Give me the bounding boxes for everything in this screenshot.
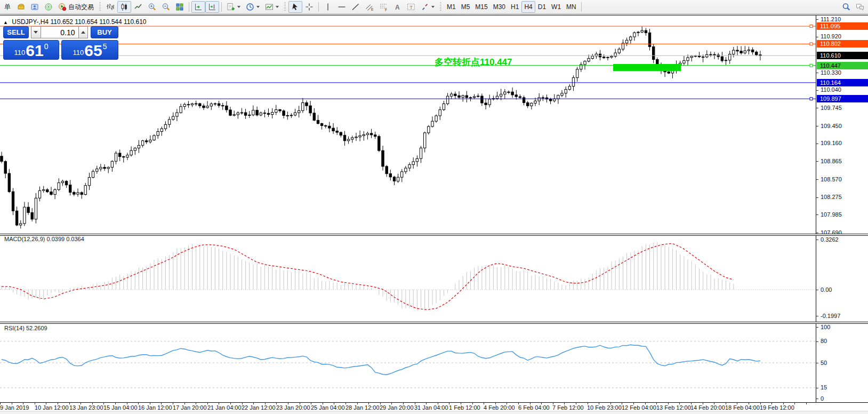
price-axis-tick xyxy=(816,341,818,342)
volume-input[interactable] xyxy=(41,26,78,38)
tf-m1-button[interactable]: M1 xyxy=(444,1,459,13)
tf-m15-button[interactable]: M15 xyxy=(472,1,490,13)
price-axis-tick xyxy=(816,240,818,240)
price-level-label: 110.610 xyxy=(817,52,868,59)
dropdown-arrow-icon xyxy=(256,6,260,8)
autotrading-button-label: 自动交易 xyxy=(68,3,94,12)
macd-axis-label: 0.00 xyxy=(821,286,832,293)
price-axis-label: 108.275 xyxy=(821,194,842,200)
price-axis-label: 109.450 xyxy=(821,123,842,129)
history-icon[interactable] xyxy=(14,1,28,13)
buy-price-display[interactable]: 110 65 5 xyxy=(61,40,118,60)
periods-icon xyxy=(246,3,254,11)
time-axis-label: 10 Jan 12:00 xyxy=(35,404,69,411)
panel-divider-main-macd[interactable] xyxy=(0,234,868,236)
pivot-annotation-text[interactable]: 多空转折点110.447 xyxy=(435,56,512,68)
panel-divider-macd-rsi[interactable] xyxy=(0,322,868,324)
price-axis-label: 107.985 xyxy=(821,211,842,218)
tf-h1-button[interactable]: H1 xyxy=(508,1,521,13)
tf-d1-button-label: D1 xyxy=(538,3,546,11)
time-axis-label: 17 Jan 20:00 xyxy=(173,404,207,411)
crosshair-button[interactable] xyxy=(302,1,316,13)
time-axis-label: 18 Feb 04:00 xyxy=(725,404,760,411)
sell-price-base: 110 xyxy=(14,49,26,57)
chat-icon-button[interactable] xyxy=(853,1,867,13)
price-axis-label: 110.330 xyxy=(821,69,841,76)
cursor-button[interactable] xyxy=(288,1,302,13)
channel-button[interactable]: E xyxy=(363,1,376,13)
history-icon-icon xyxy=(17,3,25,11)
one-click-trading-panel: SELL BUY 110 61 0 110 65 5 xyxy=(3,26,118,60)
toolbar-separator xyxy=(221,2,222,12)
autotrading-button[interactable]: 自动交易 xyxy=(55,1,97,13)
line-chart-button[interactable] xyxy=(131,1,145,13)
vertical-line-button[interactable] xyxy=(321,1,335,13)
tf-d1-button[interactable]: D1 xyxy=(535,1,549,13)
time-axis-label: 25 Jan 04:00 xyxy=(311,404,345,411)
new-order-button-label: 单 xyxy=(4,3,11,12)
trendline-button[interactable] xyxy=(349,1,363,13)
candlestick-chart-button[interactable] xyxy=(117,1,131,13)
search-icon-button[interactable] xyxy=(839,1,853,13)
tf-mn-button[interactable]: MN xyxy=(564,1,579,13)
price-axis-tick xyxy=(816,399,818,399)
text-button[interactable]: A xyxy=(390,1,404,13)
zoom-out-button[interactable] xyxy=(159,1,173,13)
fibonacci-icon: F xyxy=(379,3,388,11)
macd-axis-label: 0.3262 xyxy=(821,236,839,243)
periods-button[interactable] xyxy=(243,1,262,13)
zoom-in-button[interactable] xyxy=(145,1,159,13)
sell-button[interactable]: SELL xyxy=(3,26,29,38)
chart-canvas[interactable] xyxy=(0,15,816,402)
chart-shift-button[interactable] xyxy=(205,1,219,13)
window-bottom-strip xyxy=(0,411,868,414)
tf-m30-button[interactable]: M30 xyxy=(491,1,508,13)
time-axis-label: 6 Feb 04:00 xyxy=(518,404,550,411)
auto-scroll-button[interactable] xyxy=(191,1,205,13)
volume-increase-button[interactable] xyxy=(78,26,89,38)
horizontal-line-button[interactable] xyxy=(335,1,349,13)
price-axis-tick xyxy=(816,316,818,316)
toolbar-separator xyxy=(581,2,582,12)
price-axis-tick xyxy=(816,197,818,198)
time-axis[interactable]: 9 Jan 201910 Jan 12:0013 Jan 23:0015 Jan… xyxy=(0,402,868,411)
metaeditor-icon[interactable] xyxy=(28,1,42,13)
tile-windows-icon xyxy=(175,3,184,11)
label-icon: T xyxy=(407,3,415,11)
rsi-axis-label: 80 xyxy=(821,338,827,344)
templates-button[interactable] xyxy=(262,1,282,13)
arrows-button[interactable] xyxy=(418,1,437,13)
time-axis-label: 22 Jan 12:00 xyxy=(242,404,276,411)
volume-decrease-button[interactable] xyxy=(31,26,41,38)
chat-icon-icon xyxy=(856,3,864,11)
text-icon: A xyxy=(393,3,401,11)
tf-m5-button[interactable]: M5 xyxy=(459,1,473,13)
time-axis-label: 31 Jan 04:00 xyxy=(414,404,448,411)
price-level-label: 111.095 xyxy=(817,22,868,30)
time-axis-label: 9 Jan 2019 xyxy=(0,404,29,411)
bar-chart-button[interactable] xyxy=(103,1,117,13)
main-toolbar: 单自动交易EFATM1M5M15M30H1H4D1W1MN xyxy=(0,0,868,14)
macd-axis-label: -0.1997 xyxy=(821,313,840,319)
sell-price-display[interactable]: 110 61 0 xyxy=(3,40,59,60)
signals-icon[interactable] xyxy=(42,1,55,13)
indicators-button[interactable] xyxy=(224,1,243,13)
tf-w1-button[interactable]: W1 xyxy=(549,1,564,13)
crosshair-icon xyxy=(305,3,314,11)
price-axis-tick xyxy=(816,161,818,162)
candlestick-chart-icon xyxy=(120,3,128,11)
tile-windows-button[interactable] xyxy=(173,1,187,13)
price-axis-tick xyxy=(816,73,818,73)
indicators-icon xyxy=(227,3,235,11)
buy-button[interactable]: BUY xyxy=(91,26,118,38)
price-axis-label: 108.865 xyxy=(821,158,842,164)
fibonacci-button[interactable]: F xyxy=(376,1,390,13)
price-axis[interactable]: 111.210110.920110.330110.040109.745109.4… xyxy=(816,15,868,402)
tf-h4-button[interactable]: H4 xyxy=(521,1,535,13)
label-button[interactable]: T xyxy=(404,1,418,13)
line-chart-icon xyxy=(134,3,142,11)
new-order-button[interactable]: 单 xyxy=(1,1,14,13)
time-axis-label: 15 Jan 04:00 xyxy=(103,404,138,411)
time-axis-label: 29 Jan 20:00 xyxy=(380,404,414,411)
horizontal-line-icon xyxy=(337,3,346,11)
